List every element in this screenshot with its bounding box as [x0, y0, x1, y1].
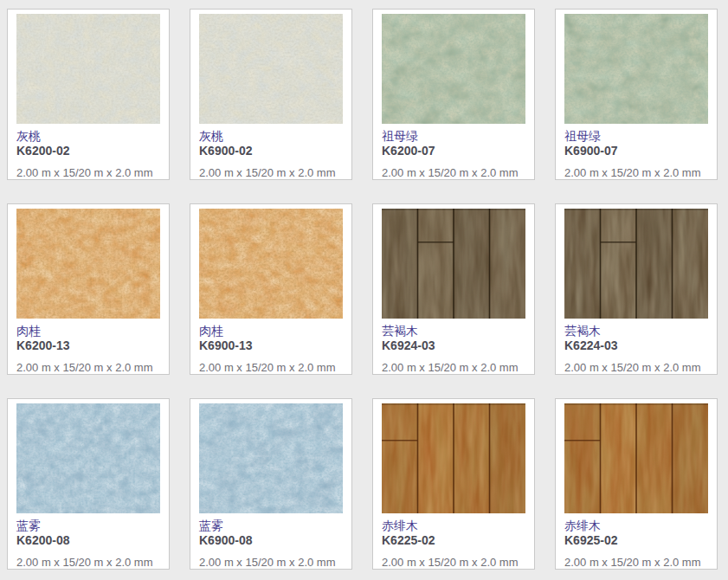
product-swatch-link[interactable] [564, 14, 708, 124]
product-card: 肉桂 K6900-13 2.00 m x 15/20 m x 2.0 mm [190, 203, 352, 375]
product-code: K6900-13 [199, 338, 343, 353]
product-name-link[interactable]: 芸褐木 [382, 324, 525, 338]
product-dimensions: 2.00 m x 15/20 m x 2.0 mm [199, 361, 343, 375]
product-card: 祖母绿 K6200-07 2.00 m x 15/20 m x 2.0 mm [372, 9, 535, 180]
product-card: 蓝雾 K6900-08 2.00 m x 15/20 m x 2.0 mm [190, 398, 352, 570]
product-texture-image [199, 14, 343, 124]
product-name-link[interactable]: 祖母绿 [564, 129, 708, 144]
product-card: 灰桃 K6200-02 2.00 m x 15/20 m x 2.0 mm [7, 9, 170, 180]
product-name-link[interactable]: 赤绯木 [382, 519, 525, 533]
product-texture-image [16, 14, 160, 124]
product-dimensions: 2.00 m x 15/20 m x 2.0 mm [199, 166, 343, 180]
product-dimensions: 2.00 m x 15/20 m x 2.0 mm [16, 361, 160, 375]
product-swatch-link[interactable] [382, 403, 525, 513]
product-swatch-link[interactable] [382, 209, 525, 319]
product-dimensions: 2.00 m x 15/20 m x 2.0 mm [382, 361, 525, 375]
product-texture-image [199, 403, 343, 513]
product-code: K6200-08 [16, 533, 160, 548]
product-code: K6200-13 [16, 338, 160, 353]
product-card: 赤绯木 K6925-02 2.00 m x 15/20 m x 2.0 mm [555, 398, 718, 570]
product-card: 肉桂 K6200-13 2.00 m x 15/20 m x 2.0 mm [7, 203, 170, 375]
product-dimensions: 2.00 m x 15/20 m x 2.0 mm [16, 556, 160, 570]
product-code: K6225-02 [382, 533, 525, 548]
product-name-link[interactable]: 肉桂 [16, 324, 160, 338]
product-dimensions: 2.00 m x 15/20 m x 2.0 mm [16, 166, 160, 180]
product-card: 芸褐木 K6924-03 2.00 m x 15/20 m x 2.0 mm [372, 203, 535, 375]
product-swatch-link[interactable] [16, 209, 160, 319]
product-name-link[interactable]: 肉桂 [199, 324, 343, 338]
product-swatch-link[interactable] [199, 403, 343, 513]
product-code: K6925-02 [564, 533, 708, 548]
product-code: K6200-02 [16, 144, 160, 158]
product-card: 芸褐木 K6224-03 2.00 m x 15/20 m x 2.0 mm [555, 203, 718, 375]
product-name-link[interactable]: 芸褐木 [564, 324, 708, 338]
product-card: 赤绯木 K6225-02 2.00 m x 15/20 m x 2.0 mm [372, 398, 535, 570]
product-dimensions: 2.00 m x 15/20 m x 2.0 mm [199, 556, 343, 570]
product-texture-image [16, 403, 160, 513]
product-code: K6900-02 [199, 144, 343, 158]
product-texture-image [564, 403, 708, 513]
product-dimensions: 2.00 m x 15/20 m x 2.0 mm [382, 556, 525, 570]
product-swatch-link[interactable] [16, 14, 160, 124]
product-texture-image [564, 14, 708, 124]
product-card: 蓝雾 K6200-08 2.00 m x 15/20 m x 2.0 mm [7, 398, 170, 570]
product-name-link[interactable]: 蓝雾 [199, 519, 343, 533]
product-code: K6200-07 [382, 144, 525, 158]
product-texture-image [16, 209, 160, 319]
product-code: K6924-03 [382, 338, 525, 353]
product-swatch-link[interactable] [199, 209, 343, 319]
product-dimensions: 2.00 m x 15/20 m x 2.0 mm [564, 556, 708, 570]
product-name-link[interactable]: 灰桃 [16, 129, 160, 144]
product-code: K6224-03 [564, 338, 708, 353]
product-swatch-link[interactable] [564, 403, 708, 513]
product-name-link[interactable]: 蓝雾 [16, 519, 160, 533]
product-code: K6900-08 [199, 533, 343, 548]
product-card: 灰桃 K6900-02 2.00 m x 15/20 m x 2.0 mm [190, 9, 352, 180]
product-swatch-link[interactable] [199, 14, 343, 124]
product-texture-image [382, 14, 525, 124]
product-texture-image [382, 209, 525, 319]
product-name-link[interactable]: 灰桃 [199, 129, 343, 144]
product-swatch-link[interactable] [564, 209, 708, 319]
product-texture-image [382, 403, 525, 513]
product-card: 祖母绿 K6900-07 2.00 m x 15/20 m x 2.0 mm [555, 9, 718, 180]
product-swatch-link[interactable] [16, 403, 160, 513]
product-dimensions: 2.00 m x 15/20 m x 2.0 mm [382, 166, 525, 180]
product-texture-image [199, 209, 343, 319]
product-swatch-link[interactable] [382, 14, 525, 124]
product-code: K6900-07 [564, 144, 708, 158]
product-grid: 灰桃 K6200-02 2.00 m x 15/20 m x 2.0 mm 灰桃… [0, 0, 728, 570]
product-dimensions: 2.00 m x 15/20 m x 2.0 mm [564, 361, 708, 375]
product-name-link[interactable]: 赤绯木 [564, 519, 708, 533]
product-name-link[interactable]: 祖母绿 [382, 129, 525, 144]
product-texture-image [564, 209, 708, 319]
product-dimensions: 2.00 m x 15/20 m x 2.0 mm [564, 166, 708, 180]
